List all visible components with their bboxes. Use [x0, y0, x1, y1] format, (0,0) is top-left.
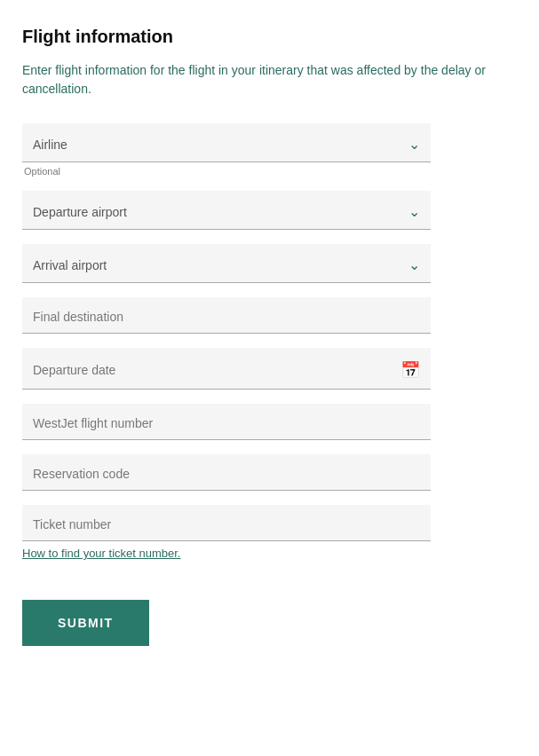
flight-number-group — [22, 404, 431, 440]
chevron-down-icon: ⌄ — [408, 136, 420, 153]
submit-button[interactable]: SUBMIT — [22, 600, 149, 646]
departure-airport-group: Departure airport ⌄ — [22, 191, 431, 230]
departure-airport-label: Departure airport — [33, 205, 127, 219]
page-title: Flight information — [22, 27, 517, 47]
airline-optional-text: Optional — [22, 166, 431, 177]
departure-date-field[interactable]: 📅 — [22, 348, 431, 390]
departure-date-group: 📅 — [22, 348, 431, 390]
calendar-icon: 📅 — [400, 360, 420, 380]
form-description: Enter flight information for the flight … — [22, 61, 517, 98]
final-destination-input[interactable] — [22, 297, 431, 334]
ticket-number-group: How to find your ticket number. — [22, 505, 431, 561]
arrival-airport-label: Arrival airport — [33, 258, 107, 272]
chevron-down-icon: ⌄ — [408, 256, 420, 273]
reservation-code-input[interactable] — [22, 454, 431, 491]
airline-label: Airline — [33, 138, 67, 152]
flight-information-form: Airline ⌄ Optional Departure airport ⌄ A… — [22, 123, 431, 646]
arrival-airport-dropdown[interactable]: Arrival airport ⌄ — [22, 244, 431, 283]
departure-airport-dropdown[interactable]: Departure airport ⌄ — [22, 191, 431, 230]
ticket-number-input[interactable] — [22, 505, 431, 541]
ticket-help-link[interactable]: How to find your ticket number. — [22, 547, 180, 560]
departure-date-input[interactable] — [33, 363, 400, 377]
arrival-airport-group: Arrival airport ⌄ — [22, 244, 431, 283]
final-destination-group — [22, 297, 431, 334]
airline-group: Airline ⌄ Optional — [22, 123, 431, 177]
reservation-code-group — [22, 454, 431, 491]
chevron-down-icon: ⌄ — [408, 203, 420, 220]
flight-number-input[interactable] — [22, 404, 431, 440]
airline-dropdown[interactable]: Airline ⌄ — [22, 123, 431, 162]
